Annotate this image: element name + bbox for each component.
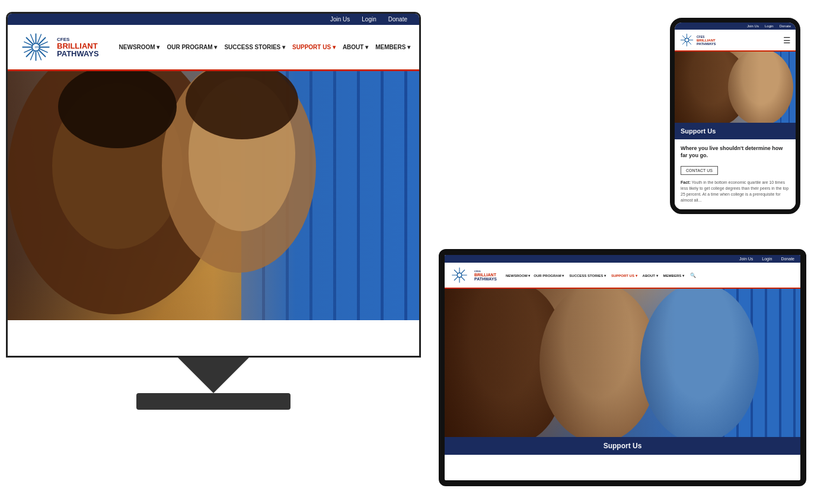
tablet-nav: NEWSROOM ▾ OUR PROGRAM ▾ SUCCESS STORIES… (506, 273, 696, 278)
phone-logo-text: CFES BRILLIANT PATHWAYS (697, 35, 716, 46)
tablet-hero (445, 289, 800, 437)
phone-logo-icon (679, 33, 694, 47)
desktop-topbar: Join Us Login Donate (8, 14, 419, 25)
nav-about[interactable]: ABOUT ▾ (340, 43, 371, 52)
phone-login[interactable]: Login (765, 24, 774, 28)
tablet-hero-overlay (445, 289, 800, 437)
contact-us-button[interactable]: CONTACT US (681, 166, 718, 175)
tablet-nav-about[interactable]: ABOUT ▾ (643, 273, 658, 277)
nav-our-program[interactable]: OUR PROGRAM ▾ (164, 43, 219, 52)
tablet-frame: Join Us Login Donate (439, 249, 806, 486)
hamburger-menu-icon[interactable]: ☰ (783, 36, 791, 45)
hero-image (8, 71, 419, 320)
phone-topbar: Join Us Login Donate (675, 23, 796, 30)
tablet-logo[interactable]: CFES BRILLIANT PATHWAYS (451, 266, 497, 284)
tablet-nav-stories[interactable]: SUCCESS STORIES ▾ (569, 273, 606, 277)
monitor-base (136, 393, 290, 410)
tablet-hero-image (445, 289, 800, 437)
tablet-search-icon[interactable]: 🔍 (690, 273, 696, 278)
phone-device: Join Us Login Donate (670, 18, 800, 214)
tablet-nav-program[interactable]: OUR PROGRAM ▾ (534, 273, 564, 277)
desktop-header: CFES CFES BRILLIANT PATHWAYS NEWSROOM ▾ … (8, 25, 419, 71)
join-link[interactable]: Join Us (330, 16, 350, 23)
nav-support-us[interactable]: SUPPORT US ▾ (290, 43, 338, 52)
phone-hero-overlay (675, 52, 796, 123)
phone-fact-text: Fact: Youth in the bottom economic quart… (681, 180, 790, 203)
login-link[interactable]: Login (362, 16, 376, 23)
desktop-hero (8, 71, 419, 320)
monitor-bottom (8, 320, 419, 356)
monitor-stand (6, 358, 421, 410)
site-logo[interactable]: CFES CFES BRILLIANT PATHWAYS (20, 31, 99, 63)
phone-hero-image (675, 52, 796, 123)
phone-frame: Join Us Login Donate (670, 18, 800, 214)
phone-content: Where you live shouldn't determine how f… (675, 139, 796, 209)
desktop-monitor: Join Us Login Donate (6, 12, 421, 410)
phone-header: CFES BRILLIANT PATHWAYS ☰ (675, 30, 796, 52)
tablet-nav-members[interactable]: MEMBERS ▾ (663, 273, 684, 277)
logo-sunburst-icon: CFES (20, 31, 52, 63)
monitor-screen: Join Us Login Donate (6, 12, 421, 358)
desktop-nav: NEWSROOM ▾ OUR PROGRAM ▾ SUCCESS STORIES… (117, 43, 421, 52)
phone-logo[interactable]: CFES BRILLIANT PATHWAYS (679, 33, 716, 47)
tablet-device: Join Us Login Donate (439, 249, 806, 486)
nav-success-stories[interactable]: SUCCESS STORIES ▾ (222, 43, 288, 52)
fact-label: Fact: (681, 180, 691, 184)
tablet-join[interactable]: Join Us (739, 257, 753, 261)
phone-hero (675, 52, 796, 123)
tablet-nav-support[interactable]: SUPPORT US ▾ (611, 273, 637, 277)
svg-point-34 (685, 39, 688, 42)
search-icon[interactable]: 🔍 (419, 43, 421, 52)
tablet-nav-newsroom[interactable]: NEWSROOM ▾ (506, 273, 530, 277)
phone-headline: Where you live shouldn't determine how f… (681, 145, 790, 159)
phone-join[interactable]: Join Us (747, 24, 759, 28)
monitor-neck (178, 358, 249, 393)
nav-newsroom[interactable]: NEWSROOM ▾ (117, 43, 162, 52)
hero-faces-svg (8, 71, 411, 320)
nav-members[interactable]: MEMBERS ▾ (373, 43, 413, 52)
tablet-topbar: Join Us Login Donate (445, 255, 800, 263)
phone-donate[interactable]: Donate (780, 24, 791, 28)
tablet-login[interactable]: Login (762, 257, 772, 261)
fact-content: Youth in the bottom economic quartile ar… (681, 180, 788, 202)
donate-link[interactable]: Donate (388, 16, 407, 23)
logo-text: CFES BRILLIANT PATHWAYS (57, 37, 99, 58)
tablet-logo-text: CFES BRILLIANT PATHWAYS (474, 270, 497, 281)
tablet-site: Join Us Login Donate (445, 255, 800, 480)
svg-point-44 (458, 273, 461, 277)
svg-text:CFES: CFES (35, 46, 41, 49)
tablet-donate[interactable]: Donate (781, 257, 794, 261)
tablet-logo-icon (451, 266, 468, 284)
phone-support-banner: Support Us (675, 123, 796, 139)
tablet-header: CFES BRILLIANT PATHWAYS NEWSROOM ▾ OUR P… (445, 263, 800, 289)
tablet-support-banner: Support Us (445, 437, 800, 455)
logo-pathways: PATHWAYS (57, 50, 99, 58)
